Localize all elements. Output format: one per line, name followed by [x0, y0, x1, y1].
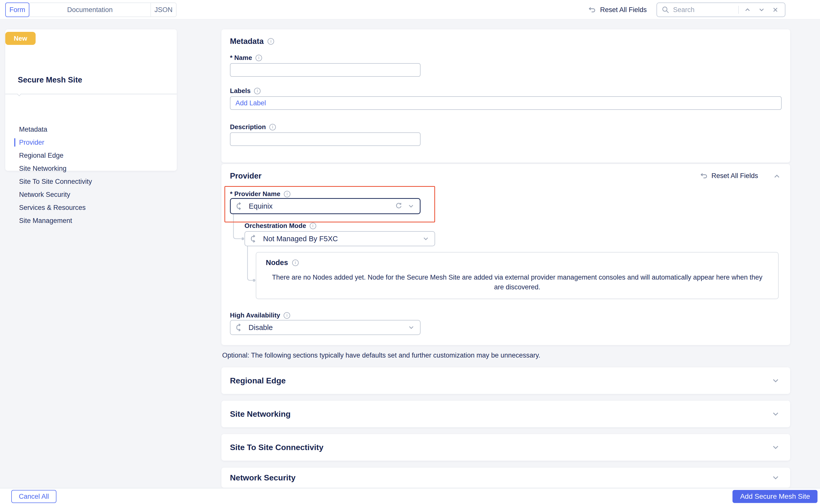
search-prev-button[interactable]: [742, 6, 753, 14]
tab-documentation[interactable]: Documentation: [29, 3, 151, 17]
sidebar-item-metadata[interactable]: Metadata: [5, 123, 177, 136]
close-icon: [772, 6, 779, 13]
sidebar-item-label: Services & Resources: [19, 204, 86, 212]
chevron-down-icon: [407, 324, 415, 331]
section-title: Site Networking: [230, 409, 771, 419]
sidebar-item-regional-edge[interactable]: Regional Edge: [5, 149, 177, 162]
nodes-panel: Nodes There are no Nodes added yet. Node…: [256, 252, 779, 299]
chevron-down-icon: [771, 409, 780, 418]
info-icon: [284, 312, 290, 319]
active-indicator-bar: [14, 138, 15, 147]
search-box: [657, 3, 785, 17]
tab-json[interactable]: JSON: [151, 3, 176, 17]
orchestration-mode-value: Not Managed By F5XC: [263, 235, 418, 243]
section-regional-edge[interactable]: Regional Edge: [221, 367, 790, 394]
reset-all-fields-button[interactable]: Reset All Fields: [588, 0, 647, 20]
sidebar-item-site-to-site-connectivity[interactable]: Site To Site Connectivity: [5, 175, 177, 188]
sidebar-item-services-resources[interactable]: Services & Resources: [5, 201, 177, 214]
info-icon: [254, 88, 261, 94]
search-next-button[interactable]: [756, 6, 767, 14]
sidebar: New Secure Mesh Site Metadata Provider R…: [5, 29, 177, 171]
provider-name-field-label: * Provider Name: [230, 190, 280, 198]
footer-action-bar: Cancel All Add Secure Mesh Site: [0, 488, 820, 504]
section-title: Network Security: [230, 473, 771, 482]
tab-form[interactable]: Form: [5, 3, 29, 17]
sidebar-item-label: Network Security: [19, 191, 70, 199]
reset-all-fields-label: Reset All Fields: [600, 6, 647, 14]
provider-section-title: Provider: [230, 172, 262, 181]
sidebar-item-label: Metadata: [19, 126, 47, 133]
chevron-down-icon: [771, 443, 780, 452]
labels-field-label: Labels: [230, 87, 251, 95]
sidebar-item-label: Regional Edge: [19, 152, 63, 159]
chevron-up-icon: [773, 172, 781, 181]
add-label-input[interactable]: [230, 96, 782, 110]
nodes-empty-message: There are no Nodes added yet. Node for t…: [271, 273, 763, 292]
section-network-security[interactable]: Network Security: [221, 468, 790, 488]
metadata-section-title: Metadata: [230, 37, 264, 46]
sidebar-item-label: Provider: [19, 139, 44, 146]
section-title: Site To Site Connectivity: [230, 443, 771, 452]
search-divider: [738, 6, 739, 14]
field-branch-icon: [250, 234, 259, 243]
refresh-icon[interactable]: [395, 202, 403, 210]
sidebar-item-network-security[interactable]: Network Security: [5, 188, 177, 201]
search-input[interactable]: [673, 6, 735, 14]
orchestration-mode-select[interactable]: Not Managed By F5XC: [244, 231, 435, 246]
sidebar-item-label: Site To Site Connectivity: [19, 178, 92, 186]
description-field-label: Description: [230, 123, 266, 131]
section-title: Regional Edge: [230, 376, 771, 385]
sidebar-item-label: Site Management: [19, 217, 72, 225]
info-icon: [284, 191, 290, 197]
sidebar-item-label: Site Networking: [19, 165, 66, 173]
chevron-down-icon: [758, 6, 765, 14]
tab-group: Documentation JSON: [29, 3, 177, 17]
chevron-down-icon: [422, 235, 430, 242]
undo-icon: [588, 6, 597, 14]
provider-reset-all-fields-button[interactable]: Reset All Fields: [700, 172, 758, 180]
sidebar-title: Secure Mesh Site: [18, 75, 82, 85]
info-icon: [310, 223, 316, 229]
sidebar-divider-notch: [17, 92, 21, 96]
sidebar-item-site-management[interactable]: Site Management: [5, 214, 177, 227]
chevron-up-icon: [744, 6, 751, 14]
add-secure-mesh-site-button[interactable]: Add Secure Mesh Site: [732, 490, 817, 503]
provider-reset-all-fields-label: Reset All Fields: [711, 172, 758, 180]
provider-collapse-button[interactable]: [773, 172, 781, 181]
sidebar-nav: Metadata Provider Regional Edge Site Net…: [5, 123, 177, 227]
provider-name-select[interactable]: Equinix: [230, 198, 421, 214]
field-branch-icon: [235, 323, 244, 332]
sidebar-divider: [5, 94, 177, 94]
secure-mesh-site-form-page: Form Documentation JSON Reset All Fields: [0, 0, 820, 504]
nodes-title: Nodes: [266, 259, 288, 267]
optional-sections-note: Optional: The following sections typical…: [222, 352, 789, 359]
description-input[interactable]: [230, 132, 421, 146]
top-bar: Form Documentation JSON Reset All Fields: [0, 0, 820, 20]
search-icon: [662, 6, 670, 14]
section-site-networking[interactable]: Site Networking: [221, 401, 790, 427]
provider-section-card: Provider Reset All Fields * Provider Nam…: [221, 164, 790, 345]
section-site-to-site-connectivity[interactable]: Site To Site Connectivity: [221, 434, 790, 461]
sidebar-item-site-networking[interactable]: Site Networking: [5, 162, 177, 175]
metadata-section-card: Metadata * Name Labels Description: [221, 29, 790, 162]
orchestration-mode-field-label: Orchestration Mode: [244, 222, 306, 230]
view-tabs: Form Documentation JSON: [5, 3, 177, 17]
chevron-down-icon: [771, 376, 780, 385]
name-input[interactable]: [230, 63, 421, 77]
cancel-all-button[interactable]: Cancel All: [11, 490, 56, 503]
chevron-down-icon: [407, 202, 415, 210]
info-icon: [256, 55, 262, 61]
name-field-label: * Name: [230, 54, 252, 62]
field-branch-icon: [236, 202, 244, 210]
new-badge: New: [5, 32, 36, 45]
info-icon: [269, 124, 276, 130]
sidebar-item-provider[interactable]: Provider: [5, 136, 177, 149]
search-clear-button[interactable]: [770, 6, 780, 13]
provider-name-value: Equinix: [249, 202, 390, 210]
info-icon: [292, 260, 299, 266]
high-availability-select[interactable]: Disable: [230, 320, 421, 335]
chevron-down-icon: [771, 473, 780, 482]
undo-icon: [700, 172, 708, 180]
info-icon: [268, 38, 274, 45]
high-availability-field-label: High Availability: [230, 311, 280, 319]
